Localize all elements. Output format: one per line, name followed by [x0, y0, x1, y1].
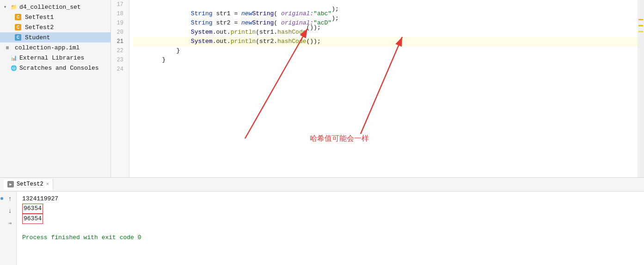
sidebar-item-label: d4_collection_set [19, 4, 81, 11]
panel-tab-label: SetTest2 [17, 181, 43, 187]
class-icon: C [15, 14, 21, 20]
line-num-23: 23 [111, 55, 126, 65]
panel-header: ▶ SetTest2 × [0, 178, 644, 192]
code-line-21: System.out.println(str2.hashCode()); [133, 37, 638, 46]
line-numbers-gutter: 17 18 19 20 21 22 23 24 [111, 0, 129, 177]
class-icon: C [15, 24, 21, 30]
output-line-3: 96354 [22, 214, 638, 224]
sidebar-item-label: SetTest2 [25, 24, 54, 31]
scratch-icon: 🌐 [10, 64, 18, 72]
output-line-exit: Process finished with exit code 0 [22, 233, 638, 242]
output-boxed-1: 96354 [22, 204, 43, 214]
scroll-marker-3 [638, 31, 643, 32]
sidebar-item-scratches-consoles[interactable]: 🌐 Scratches and Consoles [0, 63, 110, 73]
main-layout: ▾ 📁 d4_collection_set C SetTest1 C SetTe… [0, 0, 644, 177]
output-boxed-2: 96354 [22, 214, 43, 224]
iml-icon: ▦ [4, 44, 11, 51]
project-sidebar: ▾ 📁 d4_collection_set C SetTest1 C SetTe… [0, 0, 111, 177]
library-icon: 📊 [10, 54, 18, 61]
code-line-24 [133, 65, 638, 74]
panel-left-status [0, 192, 4, 265]
close-tab-button[interactable]: × [46, 181, 49, 187]
code-line-19: String str2 = new String( original: "acD… [133, 18, 638, 28]
sidebar-item-label: Scratches and Consoles [19, 65, 99, 72]
line-num-19: 19 [111, 18, 126, 28]
status-indicator [0, 197, 3, 200]
line-num-20: 20 [111, 28, 126, 37]
panel-output: 1324119927 96354 96354 Process finished … [17, 192, 644, 265]
panel-tab-settest2[interactable]: ▶ SetTest2 × [4, 179, 53, 190]
sidebar-item-external-libraries[interactable]: 📊 External Libraries [0, 53, 110, 63]
console-icon: ▶ [7, 181, 14, 187]
line-num-21: 21 [111, 37, 126, 46]
scroll-end-button[interactable]: ⇒ [6, 218, 15, 228]
bottom-panel: ▶ SetTest2 × ↑ ↓ ⇒ 1324119927 96354 9635… [0, 177, 644, 265]
output-line-blank [22, 224, 638, 233]
code-line-18: String str1 = new String( original: "abc… [133, 9, 638, 18]
sidebar-item-settest1[interactable]: C SetTest1 [0, 12, 110, 22]
chevron-icon: ▾ [4, 4, 9, 10]
line-num-17: 17 [111, 0, 126, 9]
code-editor: 17 18 19 20 21 22 23 24 String str1 = ne… [111, 0, 644, 177]
sidebar-item-label: SetTest1 [25, 14, 54, 21]
sidebar-item-settest2[interactable]: C SetTest2 [0, 22, 110, 32]
sidebar-item-label: collection-app.iml [15, 44, 80, 51]
folder-icon: 📁 [10, 3, 18, 11]
panel-body: ↑ ↓ ⇒ 1324119927 96354 96354 Process fin… [0, 192, 644, 265]
code-line-23: } [133, 55, 638, 65]
project-tree: ▾ 📁 d4_collection_set C SetTest1 C SetTe… [0, 0, 110, 177]
output-line-2: 96354 [22, 204, 638, 214]
sidebar-item-label: External Libraries [19, 54, 84, 61]
panel-action-sidebar: ↑ ↓ ⇒ [4, 192, 17, 265]
scroll-up-button[interactable]: ↑ [6, 194, 15, 204]
code-body[interactable]: String str1 = new String( original: "abc… [129, 0, 638, 177]
line-num-18: 18 [111, 9, 126, 18]
code-line-20: System.out.println(str1.hashCode()); [133, 28, 638, 37]
sidebar-item-d4-collection-set[interactable]: ▾ 📁 d4_collection_set [0, 2, 110, 12]
sidebar-item-student[interactable]: C Student [0, 32, 110, 42]
editor-scrollbar[interactable] [638, 0, 644, 177]
output-line-1: 1324119927 [22, 194, 638, 204]
sidebar-item-label: Student [25, 34, 50, 41]
line-num-24: 24 [111, 65, 126, 74]
scroll-marker-2 [638, 25, 643, 26]
scroll-down-button[interactable]: ↓ [6, 206, 15, 216]
code-line-17 [133, 0, 638, 9]
sidebar-item-iml[interactable]: ▦ collection-app.iml [0, 42, 110, 53]
line-num-22: 22 [111, 46, 126, 55]
class-icon: C [15, 34, 21, 41]
scroll-marker-1 [638, 19, 643, 20]
code-line-22: } [133, 46, 638, 55]
